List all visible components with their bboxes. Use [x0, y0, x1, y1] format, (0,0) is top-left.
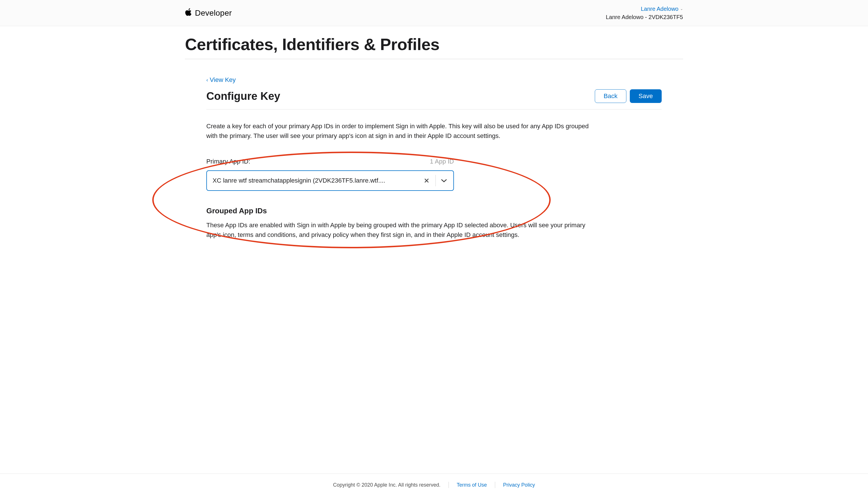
brand[interactable]: Developer [185, 8, 232, 18]
chevron-down-icon [441, 179, 447, 183]
back-button[interactable]: Back [595, 89, 626, 103]
section-title: Configure Key [206, 90, 280, 103]
brand-text: Developer [195, 9, 232, 18]
privacy-policy-link[interactable]: Privacy Policy [503, 482, 535, 488]
account-team: Lanre Adelowo - 2VDK236TF5 [606, 14, 683, 20]
divider [495, 482, 495, 488]
section-description: Create a key for each of your primary Ap… [206, 121, 593, 141]
primary-app-id-count: 1 App ID [430, 158, 454, 165]
top-bar: Developer Lanre Adelowo ⌄ Lanre Adelowo … [0, 0, 868, 26]
terms-of-use-link[interactable]: Terms of Use [457, 482, 487, 488]
page-title: Certificates, Identifiers & Profiles [185, 35, 683, 54]
primary-app-id-label: Primary App ID: [206, 158, 250, 165]
primary-app-id-value: XC lanre wtf streamchatapplesignin (2VDK… [213, 177, 422, 184]
account-menu[interactable]: Lanre Adelowo ⌄ [606, 6, 683, 12]
back-link-label: View Key [210, 76, 235, 83]
view-key-link[interactable]: ‹ View Key [206, 76, 235, 83]
account-name: Lanre Adelowo [641, 6, 679, 12]
chevron-down-icon: ⌄ [680, 7, 683, 11]
save-button[interactable]: Save [630, 89, 662, 103]
chevron-left-icon: ‹ [206, 77, 208, 83]
x-icon [424, 178, 429, 183]
grouped-app-ids-title: Grouped App IDs [206, 206, 662, 215]
dropdown-toggle[interactable] [440, 179, 448, 183]
grouped-app-ids-description: These App IDs are enabled with Sign in w… [206, 220, 593, 240]
footer-copyright: Copyright © 2020 Apple Inc. All rights r… [333, 482, 440, 488]
apple-logo-icon [185, 8, 192, 18]
primary-app-id-select[interactable]: XC lanre wtf streamchatapplesignin (2VDK… [206, 170, 454, 191]
clear-selection-button[interactable] [422, 176, 431, 185]
divider [448, 482, 449, 488]
footer: Copyright © 2020 Apple Inc. All rights r… [0, 474, 868, 496]
divider [436, 175, 436, 186]
